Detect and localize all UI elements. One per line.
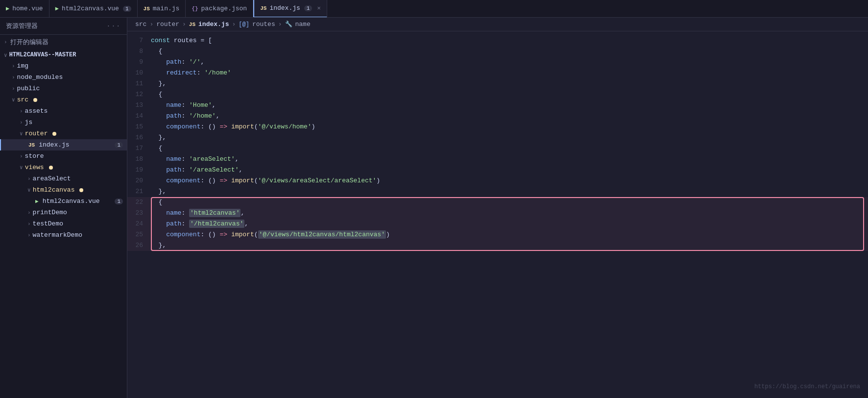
code-line-13: 13 name: 'Home', — [127, 100, 868, 111]
main-area: 资源管理器 ··· › 打开的编辑器 ∨ HTML2CANVAS--MASTER… — [0, 18, 868, 398]
sidebar-open-editors[interactable]: › 打开的编辑器 — [0, 35, 127, 50]
code-line-15: 15 component: () => import('@/views/home… — [127, 122, 868, 132]
chevron-right-icon: › — [12, 86, 15, 92]
line-number: 15 — [127, 122, 151, 132]
chevron-down-icon: ∨ — [12, 97, 15, 103]
line-content: { — [151, 143, 868, 154]
js-icon: JS — [260, 5, 266, 11]
sidebar-item-printdemo[interactable]: › printDemo — [0, 207, 127, 218]
sidebar-item-router[interactable]: ∨ router — [0, 128, 127, 139]
sidebar-item-html2canvas-folder[interactable]: ∨ html2canvas — [0, 184, 127, 196]
line-content: component: () => import('@/views/html2ca… — [151, 229, 868, 240]
code-line-18: 18 name: 'areaSelect', — [127, 154, 868, 165]
line-number: 21 — [127, 186, 151, 197]
sidebar-item-js[interactable]: › js — [0, 117, 127, 128]
sidebar-item-src[interactable]: ∨ src — [0, 94, 127, 105]
code-line-19: 19 path: '/areaSelect', — [127, 165, 868, 175]
tab-badge: 1 — [123, 6, 131, 12]
code-editor[interactable]: 7 const routes = [ 8 { 9 path: '/', 10 r… — [127, 31, 868, 398]
line-number: 13 — [127, 100, 151, 111]
folder-label: js — [25, 119, 33, 126]
file-label: index.js — [39, 141, 69, 149]
line-number: 10 — [127, 68, 151, 78]
modified-dot — [79, 188, 83, 192]
code-line-22: 22 { — [127, 197, 868, 208]
folder-label: areaSelect — [33, 175, 71, 182]
sidebar-item-store[interactable]: › store — [0, 150, 127, 162]
sidebar-item-html2canvas-vue[interactable]: ▶ html2canvas.vue 1 — [0, 196, 127, 207]
modified-dot — [49, 166, 53, 170]
tab-label: main.js — [153, 5, 180, 12]
vue-icon: ▶ — [55, 5, 59, 12]
sidebar-item-testdemo[interactable]: › testDemo — [0, 218, 127, 229]
file-label: html2canvas.vue — [43, 198, 100, 205]
chevron-right-icon: › — [20, 108, 23, 114]
code-line-25: 25 component: () => import('@/views/html… — [127, 229, 868, 240]
breadcrumb-index-js: index.js — [198, 21, 229, 28]
line-number: 22 — [127, 197, 151, 208]
line-content: const routes = [ — [151, 35, 868, 46]
code-line-21: 21 }, — [127, 186, 868, 197]
breadcrumb-sep: › — [149, 21, 153, 28]
line-number: 18 — [127, 154, 151, 165]
sidebar-item-views[interactable]: ∨ views — [0, 162, 127, 173]
line-content: { — [151, 46, 868, 57]
code-line-20: 20 component: () => import('@/views/area… — [127, 175, 868, 186]
line-number: 7 — [127, 35, 151, 46]
chevron-right-icon: › — [20, 153, 23, 159]
vue-file-icon: ▶ — [35, 198, 39, 204]
sidebar-more-button[interactable]: ··· — [107, 23, 121, 30]
code-line-8: 8 { — [127, 46, 868, 57]
folder-label: public — [17, 85, 40, 92]
chevron-down-icon: ∨ — [4, 52, 7, 58]
sidebar-item-watermarkdemo[interactable]: › watermarkDemo — [0, 229, 127, 241]
line-content: }, — [151, 240, 868, 251]
sidebar-item-index-js[interactable]: JS index.js 1 — [0, 139, 127, 150]
tab-home-vue[interactable]: ▶ home.vue — [0, 0, 49, 18]
tab-close-button[interactable]: ✕ — [317, 4, 320, 12]
line-content: name: 'areaSelect', — [151, 154, 868, 165]
sidebar-item-assets[interactable]: › assets — [0, 105, 127, 117]
chevron-down-icon: ∨ — [20, 130, 23, 137]
tab-label: index.js — [269, 4, 300, 12]
sidebar-project-root[interactable]: ∨ HTML2CANVAS--MASTER — [0, 50, 127, 60]
file-badge: 1 — [115, 199, 123, 204]
tab-label: package.json — [201, 5, 247, 12]
chevron-right-icon: › — [27, 176, 31, 182]
chevron-right-icon: › — [27, 232, 31, 238]
sidebar-item-public[interactable]: › public — [0, 83, 127, 94]
code-line-17: 17 { — [127, 143, 868, 154]
sidebar-item-node-modules[interactable]: › node_modules — [0, 72, 127, 83]
js-icon: JS — [144, 6, 150, 12]
line-content: component: () => import('@/views/areaSel… — [151, 175, 868, 186]
line-content: { — [151, 89, 868, 100]
tab-main-js[interactable]: JS main.js — [138, 0, 186, 18]
modified-dot — [33, 98, 37, 102]
modified-dot — [52, 132, 56, 136]
chevron-right-icon: › — [27, 210, 31, 216]
name-icon: 🔧 — [285, 21, 292, 28]
sidebar-item-areaselect[interactable]: › areaSelect — [0, 173, 127, 184]
code-line-12: 12 { — [127, 89, 868, 100]
folder-label: img — [17, 62, 28, 70]
js-file-icon: JS — [28, 142, 35, 148]
line-number: 16 — [127, 132, 151, 143]
line-content: path: '/home', — [151, 111, 868, 122]
tab-label: html2canvas.vue — [62, 5, 119, 12]
editor-area: src › router › JS index.js › [@] routes … — [127, 18, 868, 398]
sidebar-item-img[interactable]: › img — [0, 60, 127, 72]
breadcrumb-src: src — [135, 21, 146, 28]
breadcrumb-sep: › — [182, 21, 186, 28]
tab-html2canvas-vue[interactable]: ▶ html2canvas.vue 1 — [49, 0, 138, 18]
folder-label: views — [25, 164, 44, 171]
tab-label: home.vue — [12, 5, 43, 12]
line-number: 9 — [127, 57, 151, 68]
tab-package-json[interactable]: {} package.json — [186, 0, 253, 18]
line-content: path: '/', — [151, 57, 868, 68]
chevron-right-icon: › — [27, 221, 31, 227]
line-number: 11 — [127, 78, 151, 89]
line-number: 24 — [127, 219, 151, 229]
code-line-26: 26 }, — [127, 240, 868, 251]
watermark: https://blog.csdn.net/guairena — [754, 383, 860, 390]
tab-index-js[interactable]: JS index.js 1 ✕ — [253, 0, 327, 18]
